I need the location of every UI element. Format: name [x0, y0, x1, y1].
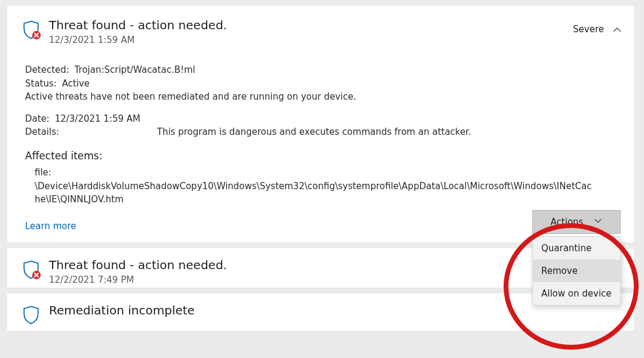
shield-alert-icon — [20, 19, 43, 43]
date-value: 12/3/2021 1:59 AM — [55, 113, 140, 124]
menu-remove[interactable]: Remove — [533, 260, 620, 282]
actions-button[interactable]: Actions — [532, 210, 621, 234]
status-key: Status: — [25, 78, 57, 89]
date-key: Date: — [25, 113, 50, 124]
details-value: This program is dangerous and executes c… — [157, 126, 471, 137]
threat-timestamp: 12/3/2021 1:59 AM — [49, 35, 573, 45]
status-note: Active threats have not been remediated … — [25, 90, 621, 104]
actions-menu: Quarantine Remove Allow on device — [532, 236, 621, 305]
affected-heading: Affected items: — [25, 149, 621, 164]
threat-title: Threat found - action needed. — [49, 18, 573, 32]
shield-warning-icon — [20, 304, 43, 328]
chevron-up-icon[interactable] — [612, 25, 621, 33]
threat-panel-expanded: Threat found - action needed. 12/3/2021 … — [7, 6, 634, 242]
affected-file: file: \Device\HarddiskVolumeShadowCopy10… — [25, 166, 621, 206]
actions-label: Actions — [551, 217, 584, 227]
chevron-down-icon — [594, 217, 602, 227]
menu-allow[interactable]: Allow on device — [533, 282, 620, 305]
detected-value: Trojan:Script/Wacatac.B!ml — [75, 64, 195, 75]
details-key: Details: — [25, 125, 152, 139]
menu-quarantine[interactable]: Quarantine — [533, 237, 620, 260]
threat-header[interactable]: Threat found - action needed. 12/3/2021 … — [7, 6, 634, 50]
severity-label: Severe — [573, 24, 604, 35]
threat-details: Detected: Trojan:Script/Wacatac.B!ml Sta… — [7, 50, 634, 206]
shield-alert-icon — [20, 259, 43, 283]
detected-key: Detected: — [25, 64, 69, 75]
status-value: Active — [62, 78, 90, 89]
learn-more-link[interactable]: Learn more — [25, 221, 76, 232]
